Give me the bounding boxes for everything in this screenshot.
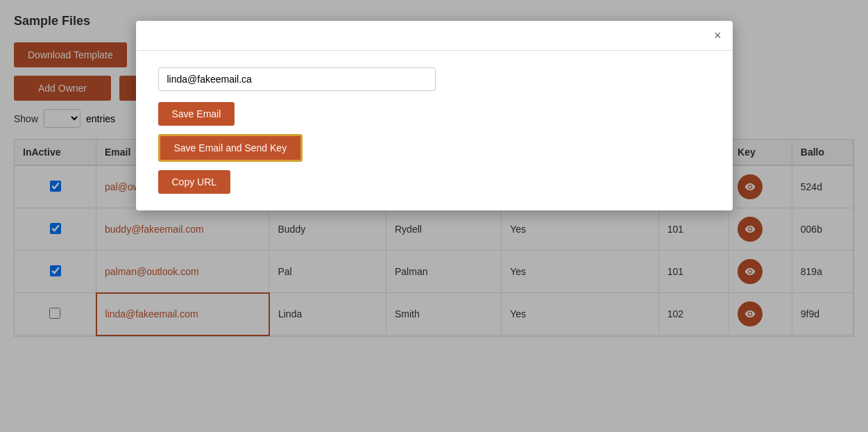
modal-close-button[interactable]: × bbox=[714, 29, 722, 42]
page-wrapper: Sample Files Download Template Add Owner… bbox=[0, 0, 868, 432]
modal-email-input[interactable] bbox=[158, 67, 436, 91]
modal-overlay: × Save Email Save Email and Send Key Cop… bbox=[0, 0, 868, 432]
save-email-send-key-button[interactable]: Save Email and Send Key bbox=[158, 134, 303, 162]
save-email-button[interactable]: Save Email bbox=[158, 102, 235, 126]
copy-url-button[interactable]: Copy URL bbox=[158, 170, 231, 194]
modal-header: × bbox=[136, 21, 733, 51]
modal-dialog: × Save Email Save Email and Send Key Cop… bbox=[136, 21, 733, 210]
modal-body: Save Email Save Email and Send Key Copy … bbox=[136, 51, 733, 210]
